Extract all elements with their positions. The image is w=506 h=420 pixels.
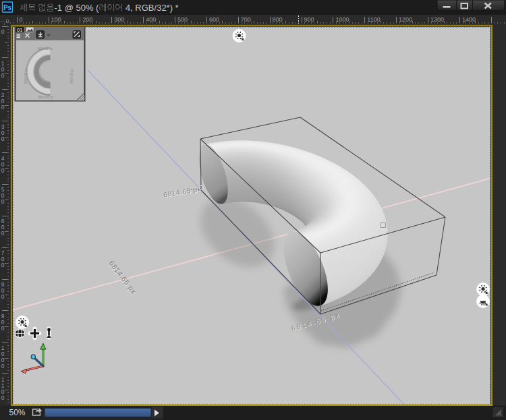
svg-text:0: 0 (1, 28, 5, 35)
svg-text:0: 0 (1, 72, 5, 79)
svg-text:0: 0 (1, 104, 5, 111)
svg-text:200: 200 (82, 16, 92, 23)
svg-text:900: 900 (304, 16, 314, 23)
svg-text:Ps: Ps (3, 4, 12, 11)
svg-text:500: 500 (177, 16, 188, 23)
svg-text:700: 700 (241, 16, 251, 23)
svg-text:01: 01 (17, 27, 22, 33)
svg-text:0: 0 (1, 363, 5, 369)
svg-text:0: 0 (1, 325, 5, 332)
svg-text:0: 0 (1, 230, 5, 237)
svg-text:0: 0 (1, 293, 5, 300)
svg-text:6814.65 px: 6814.65 px (24, 68, 28, 84)
svg-text:1200: 1200 (399, 16, 412, 23)
svg-text:0: 0 (20, 16, 23, 23)
svg-text:0: 0 (1, 262, 5, 268)
svg-text:0: 0 (1, 167, 5, 174)
svg-text:50%: 50% (9, 408, 26, 417)
svg-text:300: 300 (114, 16, 124, 23)
svg-text:1000: 1000 (335, 16, 349, 23)
svg-text:6814.65 px: 6814.65 px (38, 47, 53, 51)
svg-text:1400: 1400 (462, 16, 476, 23)
svg-text:400: 400 (146, 16, 156, 23)
svg-text:6814.65 px: 6814.65 px (70, 68, 74, 84)
svg-text:0: 0 (1, 394, 5, 401)
svg-text:4, RGB/32*) *: 4, RGB/32*) * (123, 3, 178, 13)
svg-text:1100: 1100 (367, 16, 380, 23)
svg-text:600: 600 (209, 16, 219, 23)
svg-text:1300: 1300 (430, 16, 444, 23)
svg-text:0: 0 (1, 136, 5, 142)
svg-text:-1 @ 50% (: -1 @ 50% ( (55, 3, 100, 13)
svg-text:100: 100 (51, 16, 61, 23)
svg-text:6814.65 px: 6814.65 px (38, 96, 54, 99)
svg-text:0: 0 (1, 198, 5, 205)
svg-text:800: 800 (273, 16, 283, 23)
